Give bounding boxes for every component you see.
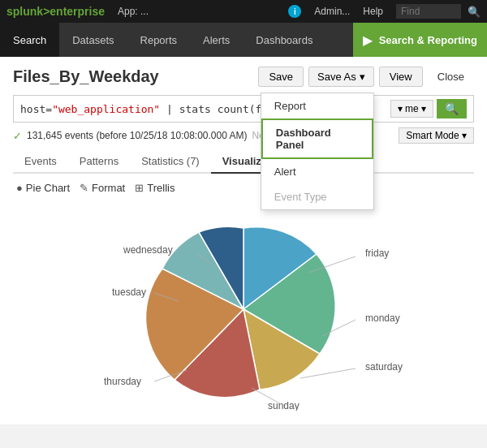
find-input[interactable] xyxy=(396,4,461,19)
top-navigation: splunk>enterprise App: ... i Admin... He… xyxy=(0,0,487,23)
search-reporting-link[interactable]: ▶ Search & Reporting xyxy=(353,23,487,57)
search-button[interactable]: 🔍 xyxy=(437,99,467,118)
search-reporting-label: Search & Reporting xyxy=(379,34,477,46)
nav-alerts[interactable]: Alerts xyxy=(190,23,243,57)
save-button[interactable]: Save xyxy=(258,67,304,87)
dropdown-alert[interactable]: Alert xyxy=(261,159,373,184)
nav-dashboards[interactable]: Dashboards xyxy=(243,23,325,57)
view-button[interactable]: View xyxy=(379,67,423,87)
label-friday: friday xyxy=(365,248,389,259)
nav-search[interactable]: Search xyxy=(0,23,59,57)
splunk-logo: splunk>enterprise xyxy=(6,5,105,18)
save-as-dropdown: Report Dashboard Panel Alert Event Type xyxy=(261,93,374,210)
save-as-button[interactable]: Save As ▾ xyxy=(308,67,374,87)
time-range-button[interactable]: ▾ me ▾ xyxy=(390,100,433,118)
secondary-navigation: Search Datasets Reports Alerts Dashboard… xyxy=(0,23,487,57)
result-tabs: Events Patterns Statistics (7) Visualiza… xyxy=(13,150,474,174)
format-button[interactable]: ✎ Format xyxy=(80,182,125,194)
nav-reports[interactable]: Reports xyxy=(127,23,191,57)
close-button[interactable]: Close xyxy=(428,67,474,86)
pie-chart-label: Pie Chart xyxy=(26,182,70,194)
label-saturday: saturday xyxy=(365,361,403,373)
trellis-button[interactable]: ⊞ Trellis xyxy=(135,182,175,194)
tab-events[interactable]: Events xyxy=(13,150,68,174)
tab-patterns[interactable]: Patterns xyxy=(68,150,130,174)
smart-mode-button[interactable]: Smart Mode ▾ xyxy=(399,127,474,144)
admin-menu[interactable]: Admin... xyxy=(314,6,350,17)
splunk-arrow-icon: ▶ xyxy=(363,32,373,48)
splunk-text: splunk xyxy=(6,5,43,18)
title-row: Files_By_Weekday Save Save As ▾ Report D… xyxy=(13,67,474,87)
nav-datasets[interactable]: Datasets xyxy=(59,23,127,57)
search-bar: host="web_application" | stats count(fil… xyxy=(13,95,474,123)
dropdown-report[interactable]: Report xyxy=(261,93,373,118)
trellis-icon: ⊞ xyxy=(135,182,144,194)
chart-toolbar: ● Pie Chart ✎ Format ⊞ Trellis xyxy=(13,182,474,194)
label-thursday: thursday xyxy=(104,376,141,387)
trellis-label: Trellis xyxy=(147,182,175,194)
format-icon: ✎ xyxy=(80,182,88,194)
page-title: Files_By_Weekday xyxy=(13,67,258,86)
main-page: Files_By_Weekday Save Save As ▾ Report D… xyxy=(0,57,487,424)
events-check-icon: ✓ xyxy=(13,130,22,142)
label-tuesday: tuesday xyxy=(112,286,146,298)
chart-area: friday monday saturday sunday thursday t… xyxy=(13,204,474,415)
label-monday: monday xyxy=(365,312,400,324)
svg-line-2 xyxy=(300,368,356,378)
save-as-label: Save As xyxy=(317,71,356,83)
events-count: 131,645 events (before 10/25/18 10:08:00… xyxy=(27,130,248,141)
tab-statistics[interactable]: Statistics (7) xyxy=(130,150,211,174)
pie-chart-svg: friday monday saturday sunday thursday t… xyxy=(41,208,446,411)
dropdown-dashboard-panel[interactable]: Dashboard Panel xyxy=(261,118,373,159)
app-selector[interactable]: App: ... xyxy=(118,6,149,17)
help-menu[interactable]: Help xyxy=(363,6,383,17)
save-as-wrapper: Save As ▾ Report Dashboard Panel Alert E… xyxy=(308,67,374,87)
info-icon[interactable]: i xyxy=(288,5,301,18)
label-wednesday: wednesday xyxy=(123,244,173,256)
title-actions: Save Save As ▾ Report Dashboard Panel Al… xyxy=(258,67,474,87)
pie-chart-button[interactable]: ● Pie Chart xyxy=(16,182,70,194)
find-search-icon[interactable]: 🔍 xyxy=(468,6,481,18)
save-as-chevron: ▾ xyxy=(360,71,365,83)
events-row: ✓ 131,645 events (before 10/25/18 10:08:… xyxy=(13,127,474,144)
pie-chart-icon: ● xyxy=(16,182,23,194)
format-label: Format xyxy=(92,182,125,194)
dropdown-event-type: Event Type xyxy=(261,184,373,209)
enterprise-text: >enterprise xyxy=(43,5,105,18)
